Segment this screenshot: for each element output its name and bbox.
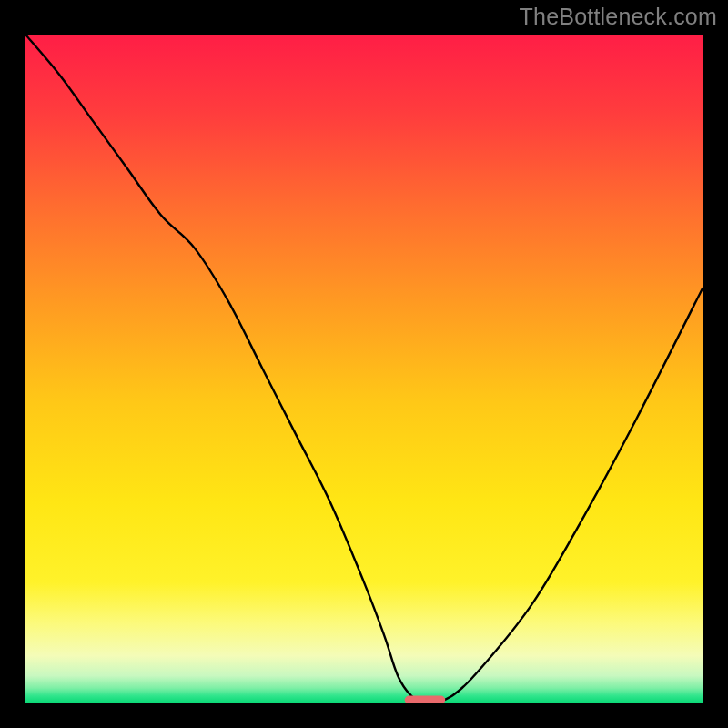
watermark-text: TheBottleneck.com [520,4,717,30]
chart-frame: TheBottleneck.com [0,0,728,728]
plot-svg [25,35,703,703]
plot-area [25,35,703,703]
gradient-background [25,35,703,703]
optimal-marker [405,696,446,703]
